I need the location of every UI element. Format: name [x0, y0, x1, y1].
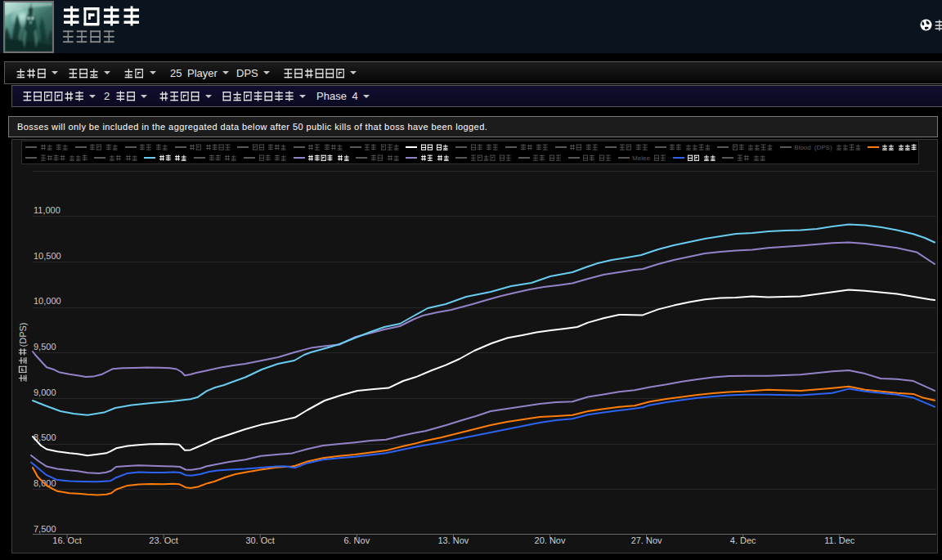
svg-text:6. Nov: 6. Nov — [343, 535, 370, 545]
svg-text:11. Dec: 11. Dec — [824, 535, 855, 545]
svg-text:23. Oct: 23. Oct — [149, 535, 177, 545]
svg-text:27. Nov: 27. Nov — [631, 535, 662, 545]
svg-text:16. Oct: 16. Oct — [52, 535, 81, 545]
svg-text:4. Dec: 4. Dec — [730, 535, 756, 545]
svg-text:7,500: 7,500 — [34, 524, 56, 534]
svg-text:9,000: 9,000 — [34, 388, 56, 397]
svg-text:30. Oct: 30. Oct — [245, 535, 274, 545]
svg-text:13. Nov: 13. Nov — [437, 535, 469, 545]
svg-text:11,000: 11,000 — [34, 205, 61, 215]
svg-text:20. Nov: 20. Nov — [535, 535, 566, 545]
svg-text:10,000: 10,000 — [34, 296, 61, 306]
svg-text:10,500: 10,500 — [34, 251, 61, 261]
svg-text:9,500: 9,500 — [34, 342, 56, 352]
